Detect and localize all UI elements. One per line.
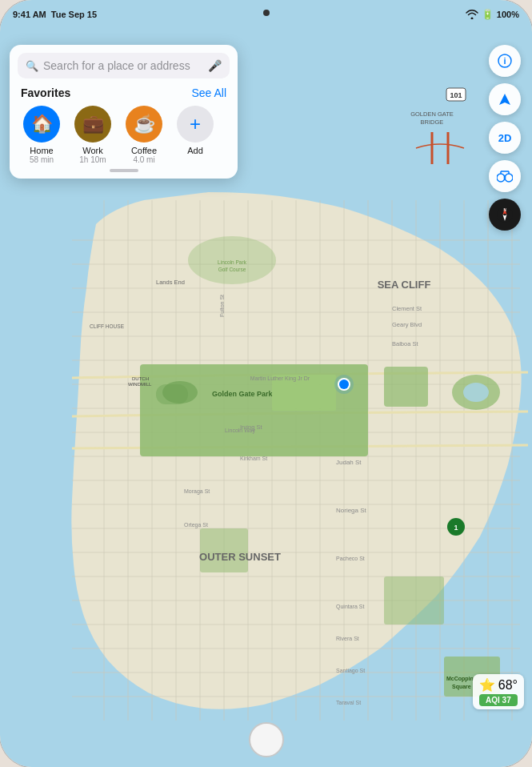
status-left: 9:41 AM Tue Sep 15 [13, 10, 97, 19]
svg-text:WINDMILL: WINDMILL [128, 382, 152, 387]
svg-text:OUTER SUNSET: OUTER SUNSET [199, 551, 281, 563]
search-icon: 🔍 [26, 60, 38, 72]
home-sub: 58 min [30, 155, 54, 164]
favorite-home[interactable]: 🏠 Home 58 min [16, 106, 67, 164]
svg-text:DUTCH: DUTCH [132, 376, 149, 381]
search-panel: 🔍 Search for a place or address 🎤 Favori… [10, 45, 238, 179]
binoculars-button[interactable] [489, 160, 521, 192]
search-input[interactable]: Search for a place or address [43, 59, 203, 72]
info-button[interactable]: i [489, 45, 521, 77]
work-label: Work [82, 146, 102, 155]
svg-rect-42 [156, 384, 188, 404]
svg-text:Lands End: Lands End [156, 279, 185, 286]
scroll-dot [110, 169, 138, 172]
svg-text:Quintara St: Quintara St [336, 604, 364, 610]
svg-text:GOLDEN GATE: GOLDEN GATE [410, 110, 454, 118]
mic-icon[interactable]: 🎤 [208, 59, 222, 72]
map-controls: i 2D N [489, 45, 521, 231]
favorite-add[interactable]: + Add [170, 106, 221, 164]
temperature: 68° [498, 678, 518, 693]
svg-text:Rivera St: Rivera St [336, 636, 359, 641]
weather-badge: ⭐ 68° AQI 37 [473, 674, 524, 709]
add-label: Add [187, 146, 203, 155]
svg-point-79 [188, 236, 276, 284]
coffee-icon: ☕ [126, 106, 162, 143]
favorite-coffee[interactable]: ☕ Coffee 4.0 mi [118, 106, 170, 164]
svg-text:101: 101 [450, 91, 462, 99]
add-icon: + [177, 106, 214, 143]
ipad-frame: 9:41 AM Tue Sep 15 🔋 100% [0, 0, 532, 767]
svg-text:Kirkham St: Kirkham St [240, 456, 267, 461]
svg-rect-43 [384, 367, 428, 407]
svg-text:BRIDGE: BRIDGE [421, 118, 444, 126]
camera-dot [263, 10, 270, 16]
two-d-label: 2D [498, 132, 512, 144]
direction-button[interactable] [489, 83, 521, 115]
date: Tue Sep 15 [51, 10, 97, 19]
scroll-indicator [10, 164, 238, 172]
wifi-icon [466, 10, 478, 19]
weather-icon: ⭐ [479, 677, 495, 693]
svg-text:Fulton St: Fulton St [219, 295, 225, 317]
svg-text:Clement St: Clement St [392, 305, 422, 312]
svg-text:Geary Blvd: Geary Blvd [392, 321, 422, 328]
aqi-badge: AQI 37 [479, 694, 518, 706]
svg-text:i: i [503, 56, 506, 66]
coffee-label: Coffee [131, 146, 157, 155]
time: 9:41 AM [13, 10, 46, 19]
svg-point-54 [339, 379, 349, 389]
search-bar[interactable]: 🔍 Search for a place or address 🎤 [18, 53, 230, 78]
svg-point-45 [463, 383, 489, 402]
home-label: Home [30, 146, 53, 155]
weather-temp: ⭐ 68° [479, 677, 518, 693]
svg-text:Martin Luther King Jr Dr: Martin Luther King Jr Dr [250, 375, 310, 382]
svg-text:Golden Gate Park: Golden Gate Park [212, 390, 274, 398]
svg-text:Santiago St: Santiago St [336, 668, 365, 674]
svg-text:Moraga St: Moraga St [184, 488, 210, 495]
status-right: 🔋 100% [466, 9, 519, 20]
svg-rect-93 [503, 176, 506, 179]
favorites-header: Favorites See All [10, 85, 238, 106]
svg-text:Noriega St: Noriega St [336, 507, 367, 514]
svg-text:Ortega St: Ortega St [184, 522, 208, 528]
svg-text:CLIFF HOUSE: CLIFF HOUSE [90, 323, 125, 329]
home-icon: 🏠 [23, 106, 60, 143]
compass-button[interactable]: N [489, 199, 521, 231]
svg-text:1: 1 [454, 524, 458, 532]
see-all-button[interactable]: See All [191, 86, 226, 99]
two-d-button[interactable]: 2D [489, 122, 521, 154]
svg-text:Pacheco St: Pacheco St [336, 556, 365, 561]
svg-text:N: N [503, 208, 506, 212]
svg-rect-48 [384, 576, 444, 624]
svg-text:Judah St: Judah St [336, 459, 362, 466]
home-button[interactable] [249, 722, 284, 757]
svg-text:Square: Square [452, 684, 471, 690]
work-sub: 1h 10m [79, 155, 106, 164]
coffee-sub: 4.0 mi [133, 155, 154, 164]
battery-icon: 🔋 [482, 9, 494, 20]
svg-text:Irving St: Irving St [240, 424, 262, 431]
svg-text:SEA CLIFF: SEA CLIFF [378, 279, 431, 291]
svg-text:Balboa St: Balboa St [392, 340, 418, 347]
favorite-work[interactable]: 💼 Work 1h 10m [67, 106, 118, 164]
svg-text:McCoppin: McCoppin [446, 676, 474, 682]
work-icon: 💼 [74, 106, 111, 143]
favorites-label: Favorites [21, 86, 70, 99]
svg-text:Taraval St: Taraval St [336, 700, 361, 705]
battery-level: 100% [497, 10, 519, 19]
favorites-row: 🏠 Home 58 min 💼 Work 1h 10m ☕ Coffee 4.0… [10, 106, 238, 164]
